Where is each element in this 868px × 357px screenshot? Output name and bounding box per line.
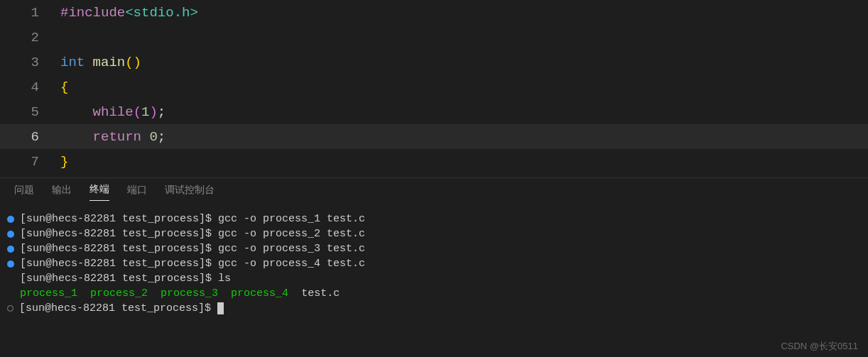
panel-tab-端口[interactable]: 端口: [127, 184, 147, 201]
panel-tab-问题[interactable]: 问题: [14, 184, 34, 201]
terminal-command: gcc -o process_1 test.c: [218, 212, 365, 226]
terminal-line: [sun@hecs-82281 test_process]$ gcc -o pr…: [7, 241, 861, 256]
terminal-line: [sun@hecs-82281 test_process]$ gcc -o pr…: [7, 226, 861, 241]
code-line[interactable]: 3int main(): [0, 50, 868, 75]
terminal-cursor: [217, 302, 224, 314]
code-line[interactable]: 1#include<stdio.h>: [0, 0, 868, 25]
code-content[interactable]: return 0;: [60, 129, 868, 145]
terminal-prompt: [sun@hecs-82281 test_process]$: [20, 271, 218, 286]
terminal-output-line: process_1 process_2 process_3 process_4 …: [7, 286, 861, 301]
ls-executable: process_1: [20, 286, 77, 301]
terminal-command: gcc -o process_2 test.c: [218, 226, 365, 241]
line-number: 7: [0, 154, 60, 170]
terminal-command: ls: [218, 271, 231, 286]
code-editor[interactable]: 1#include<stdio.h>23int main()4{5 while(…: [0, 0, 868, 177]
panel-tab-输出[interactable]: 输出: [52, 184, 72, 201]
code-content[interactable]: #include<stdio.h>: [60, 5, 868, 21]
code-content[interactable]: int main(): [60, 55, 868, 70]
watermark-text: CSDN @长安0511: [781, 340, 858, 353]
ls-executable: process_4: [231, 286, 288, 301]
line-number: 5: [0, 104, 60, 120]
terminal-bullet-icon: [7, 216, 14, 223]
terminal-input-line[interactable]: [sun@hecs-82281 test_process]$: [7, 301, 861, 316]
terminal-line: [sun@hecs-82281 test_process]$ gcc -o pr…: [7, 212, 861, 226]
terminal-prompt: [sun@hecs-82281 test_process]$: [19, 301, 217, 316]
terminal-bullet-icon: [7, 260, 14, 268]
line-number: 6: [0, 129, 60, 145]
panel-tab-bar: 问题输出终端端口调试控制台: [0, 177, 868, 206]
terminal-bullet-icon: [7, 231, 14, 238]
terminal-prompt: [sun@hecs-82281 test_process]$: [20, 241, 218, 256]
terminal-line: [sun@hecs-82281 test_process]$ ls: [7, 271, 861, 286]
terminal-panel[interactable]: [sun@hecs-82281 test_process]$ gcc -o pr…: [0, 206, 868, 322]
line-number: 2: [0, 30, 60, 45]
terminal-command: gcc -o process_3 test.c: [218, 241, 365, 256]
line-number: 3: [0, 55, 60, 70]
code-line[interactable]: 6 return 0;: [0, 124, 868, 149]
terminal-prompt: [sun@hecs-82281 test_process]$: [20, 212, 218, 226]
code-content[interactable]: {: [60, 79, 868, 95]
ls-executable: process_2: [90, 286, 148, 301]
terminal-bullet-icon: [7, 246, 14, 253]
ls-file: test.c: [301, 286, 340, 301]
terminal-command: gcc -o process_4 test.c: [218, 256, 365, 271]
terminal-line: [sun@hecs-82281 test_process]$ gcc -o pr…: [7, 256, 861, 271]
code-content[interactable]: while(1);: [60, 104, 868, 120]
terminal-prompt: [sun@hecs-82281 test_process]$: [20, 256, 218, 271]
panel-tab-终端[interactable]: 终端: [89, 183, 109, 201]
line-number: 4: [0, 79, 60, 95]
code-line[interactable]: 5 while(1);: [0, 99, 868, 124]
ls-executable: process_3: [161, 286, 218, 301]
code-content[interactable]: }: [60, 154, 868, 170]
code-line[interactable]: 4{: [0, 75, 868, 99]
line-number: 1: [0, 5, 60, 21]
code-line[interactable]: 7}: [0, 149, 868, 174]
terminal-bullet-outline-icon: [7, 305, 13, 312]
panel-tab-调试控制台[interactable]: 调试控制台: [165, 184, 215, 201]
code-line[interactable]: 2: [0, 25, 868, 50]
terminal-prompt: [sun@hecs-82281 test_process]$: [20, 226, 218, 241]
